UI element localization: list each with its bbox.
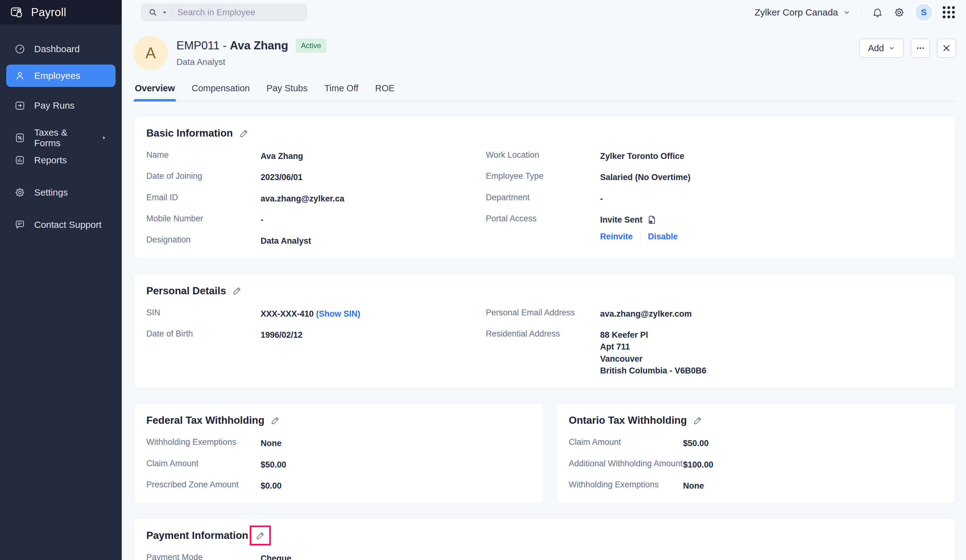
taxes-forms-icon bbox=[14, 132, 25, 143]
sidebar-item-label: Settings bbox=[34, 187, 68, 198]
apps-grid-icon[interactable] bbox=[943, 6, 955, 18]
row-value: - bbox=[600, 193, 603, 205]
sidebar-item-label: Dashboard bbox=[34, 44, 80, 54]
edit-basic-information-button[interactable] bbox=[239, 129, 249, 138]
more-options-button[interactable] bbox=[911, 38, 930, 58]
sidebar-item-label: Taxes & Forms bbox=[34, 127, 92, 148]
tab-overview[interactable]: Overview bbox=[133, 83, 176, 101]
basic-info-left-column: Name Ava Zhang Date of Joining 2023/06/0… bbox=[146, 150, 486, 247]
tab-roe[interactable]: ROE bbox=[374, 83, 396, 101]
row-value: Salaried (No Overtime) bbox=[600, 171, 690, 183]
sidebar-item-reports[interactable]: Reports bbox=[6, 149, 115, 171]
sidebar-item-contact-support[interactable]: Contact Support bbox=[6, 214, 115, 236]
tab-pay-stubs[interactable]: Pay Stubs bbox=[265, 83, 309, 101]
search-caret-icon bbox=[162, 10, 167, 15]
row-value: ava.zhang@zylker.ca bbox=[261, 193, 344, 205]
sidebar-item-pay-runs[interactable]: Pay Runs bbox=[6, 94, 115, 117]
search-icon bbox=[148, 8, 157, 17]
basic-information-card: Basic Information Name Ava Zhang Date of… bbox=[133, 116, 956, 259]
sidebar-item-label: Reports bbox=[34, 155, 67, 165]
info-row: Claim Amount $50.00 bbox=[146, 459, 531, 471]
card-title: Personal Details bbox=[146, 285, 226, 297]
address-row: Residential Address 88 Keefer Pl Apt 711… bbox=[486, 329, 943, 377]
notifications-bell-icon[interactable] bbox=[872, 7, 883, 18]
row-value: Zylker Toronto Office bbox=[600, 150, 684, 162]
info-row: Designation Data Analyst bbox=[146, 235, 486, 247]
edit-federal-tax-button[interactable] bbox=[271, 416, 280, 425]
invite-sent-document-icon[interactable] bbox=[647, 215, 657, 225]
row-label: Mobile Number bbox=[146, 214, 261, 224]
row-label: Date of Joining bbox=[146, 171, 261, 181]
employee-header: A EMP011 - Ava Zhang Active Data Analyst… bbox=[133, 36, 956, 70]
submenu-arrow-icon bbox=[101, 134, 107, 141]
reports-icon bbox=[14, 155, 25, 166]
row-label: Residential Address bbox=[486, 329, 600, 339]
contact-support-icon bbox=[14, 219, 25, 230]
sidebar-item-settings[interactable]: Settings bbox=[6, 181, 115, 204]
more-options-icon bbox=[916, 43, 925, 53]
reinvite-link[interactable]: Reinvite bbox=[600, 231, 633, 242]
address-line: Apt 711 bbox=[600, 341, 706, 353]
portal-access-status: Invite Sent bbox=[600, 214, 642, 226]
add-button-label: Add bbox=[868, 43, 884, 53]
employee-code: EMP011 - bbox=[176, 39, 227, 52]
row-label: Personal Email Address bbox=[486, 308, 600, 318]
employee-info: EMP011 - Ava Zhang Active Data Analyst bbox=[176, 36, 327, 67]
portal-access-row: Portal Access Invite Sent bbox=[486, 214, 943, 243]
close-button[interactable] bbox=[937, 38, 956, 58]
sin-value: XXX-XXX-410 (Show SIN) bbox=[261, 308, 360, 320]
employee-designation: Data Analyst bbox=[176, 57, 327, 67]
tab-compensation[interactable]: Compensation bbox=[191, 83, 251, 101]
row-label: Claim Amount bbox=[146, 459, 261, 468]
row-value: 1996/02/12 bbox=[261, 329, 302, 341]
edit-personal-details-button[interactable] bbox=[232, 286, 242, 296]
row-label: Portal Access bbox=[486, 214, 600, 224]
payment-information-card: Payment Information Payment Mode Cheque bbox=[133, 518, 956, 560]
org-name: Zylker Corp Canada bbox=[755, 7, 838, 18]
info-row: Name Ava Zhang bbox=[146, 150, 486, 162]
payroll-logo-icon bbox=[10, 5, 24, 20]
employee-avatar: A bbox=[133, 36, 168, 70]
federal-tax-card: Federal Tax Withholding Withholding Exem… bbox=[133, 403, 544, 504]
edit-payment-information-button[interactable] bbox=[256, 531, 265, 540]
add-button[interactable]: Add bbox=[859, 38, 904, 58]
row-label: Name bbox=[146, 150, 261, 160]
app-title: Payroll bbox=[31, 6, 66, 19]
info-row: Claim Amount $50.00 bbox=[569, 437, 943, 449]
app-logo: Payroll bbox=[0, 0, 122, 25]
search-input[interactable]: Search in Employee bbox=[141, 4, 307, 21]
info-row: Withholding Exemptions None bbox=[569, 480, 943, 492]
settings-gear-icon[interactable] bbox=[894, 7, 905, 18]
close-icon bbox=[942, 43, 951, 53]
show-sin-link[interactable]: (Show SIN) bbox=[316, 309, 361, 318]
address-line: Vancouver bbox=[600, 353, 706, 365]
sin-masked: XXX-XXX-410 bbox=[261, 309, 314, 318]
info-row: Email ID ava.zhang@zylker.ca bbox=[146, 193, 486, 205]
ontario-tax-card: Ontario Tax Withholding Claim Amount $50… bbox=[556, 403, 956, 504]
user-avatar[interactable]: S bbox=[915, 4, 932, 21]
portal-access-value: Invite Sent Reinvite bbox=[600, 214, 678, 243]
employees-icon bbox=[14, 70, 25, 81]
personal-details-left-column: SIN XXX-XXX-410 (Show SIN) Date of Birth… bbox=[146, 308, 486, 341]
sidebar-item-employees[interactable]: Employees bbox=[6, 65, 115, 87]
row-label: Date of Birth bbox=[146, 329, 261, 339]
row-value: ava.zhang@zylker.com bbox=[600, 308, 692, 320]
info-row: Mobile Number - bbox=[146, 214, 486, 226]
row-label: SIN bbox=[146, 308, 261, 318]
basic-info-right-column: Work Location Zylker Toronto Office Empl… bbox=[486, 150, 943, 243]
info-row: Date of Joining 2023/06/01 bbox=[146, 171, 486, 183]
disable-link[interactable]: Disable bbox=[648, 231, 678, 242]
divider bbox=[861, 6, 861, 19]
sidebar-item-label: Pay Runs bbox=[34, 100, 74, 111]
card-title: Payment Information bbox=[146, 530, 248, 541]
tab-time-off[interactable]: Time Off bbox=[323, 83, 360, 101]
row-label: Withholding Exemptions bbox=[569, 480, 683, 490]
org-switcher[interactable]: Zylker Corp Canada bbox=[755, 7, 851, 18]
sidebar-item-dashboard[interactable]: Dashboard bbox=[6, 38, 115, 60]
sidebar-item-taxes-forms[interactable]: Taxes & Forms bbox=[6, 127, 115, 149]
edit-ontario-tax-button[interactable] bbox=[693, 416, 703, 425]
chevron-down-icon bbox=[843, 9, 851, 16]
row-label: Payment Mode bbox=[146, 553, 261, 560]
pay-runs-icon bbox=[14, 100, 25, 111]
sidebar: Payroll Dashboard Employees bbox=[0, 0, 122, 560]
